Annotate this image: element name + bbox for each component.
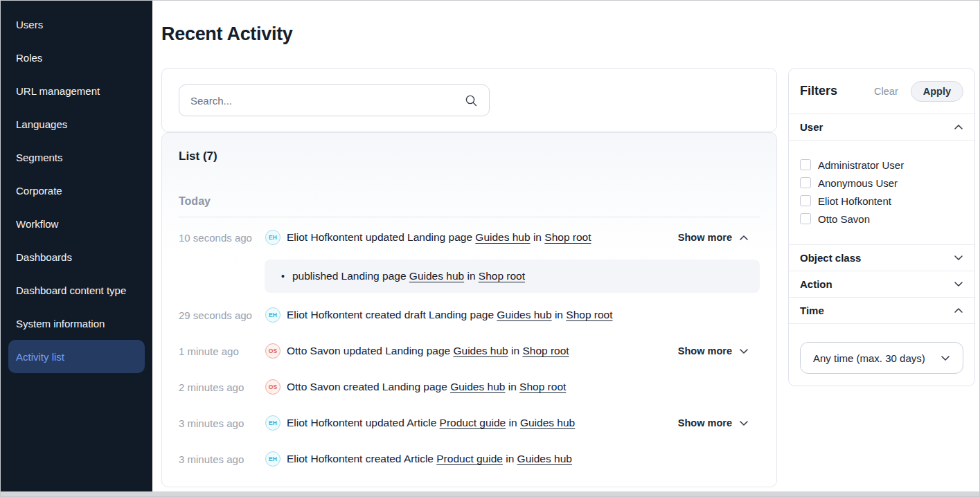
sidebar-item-system-information[interactable]: System information	[8, 307, 145, 340]
show-more-label: Show more	[678, 417, 732, 428]
content-link[interactable]: Guides hub	[497, 309, 551, 320]
filter-option-administrator-user[interactable]: Administrator User	[800, 156, 963, 174]
sidebar-item-dashboard-content-type[interactable]: Dashboard content type	[8, 273, 145, 307]
sidebar-item-segments[interactable]: Segments	[8, 141, 145, 174]
sidebar-item-label: Languages	[16, 118, 67, 130]
activity-time: 3 minutes ago	[179, 417, 265, 429]
filter-section-object-class[interactable]: Object class	[789, 245, 974, 271]
search-input[interactable]	[190, 95, 465, 107]
activity-time: 29 seconds ago	[179, 309, 265, 321]
apply-filters-button[interactable]: Apply	[911, 81, 963, 102]
activity-row: 10 seconds agoEHEliot Hofkontent updated…	[179, 219, 760, 255]
checkbox-unchecked[interactable]	[800, 177, 811, 188]
time-select[interactable]: Any time (max. 30 days)	[800, 342, 963, 374]
activity-row: 29 seconds agoEHEliot Hofkontent created…	[179, 297, 760, 333]
chevron-down-icon	[954, 280, 963, 288]
checkbox-unchecked[interactable]	[800, 159, 811, 170]
sidebar-item-workflow[interactable]: Workflow	[8, 207, 145, 240]
content-link[interactable]: Shop root	[566, 309, 612, 320]
activity-list: 10 seconds agoEHEliot Hofkontent updated…	[179, 219, 760, 477]
sidebar-item-url-management[interactable]: URL management	[8, 74, 145, 107]
sidebar-item-label: Workflow	[16, 218, 58, 230]
sidebar-item-activity-list[interactable]: Activity list	[8, 340, 145, 373]
activity-list-card: List (7) Today 10 seconds agoEHEliot Hof…	[161, 132, 777, 487]
sidebar-item-label: Segments	[16, 152, 63, 163]
search-icon[interactable]	[465, 94, 478, 107]
list-title: List (7)	[179, 148, 760, 165]
filter-sections: UserAdministrator UserAnonymous UserElio…	[789, 114, 974, 386]
content-link[interactable]: Guides hub	[517, 453, 572, 464]
page-title: Recent Activity	[161, 24, 293, 45]
activity-detail: •published Landing page Guides hub in Sh…	[265, 260, 760, 293]
user-avatar: EH	[265, 415, 280, 431]
content-link[interactable]: Guides hub	[453, 345, 508, 356]
activity-time: 3 minutes ago	[179, 453, 265, 465]
show-more-button[interactable]: Show more	[678, 345, 760, 356]
search-box	[179, 84, 490, 116]
sidebar-item-label: Corporate	[16, 185, 62, 197]
clear-filters-button[interactable]: Clear	[874, 86, 898, 97]
sidebar-item-label: System information	[16, 318, 105, 329]
chevron-up-icon	[954, 123, 963, 131]
filter-option-eliot-hofkontent[interactable]: Eliot Hofkontent	[800, 192, 963, 210]
activity-row: 2 minutes agoOSOtto Savon created Landin…	[179, 369, 760, 405]
user-avatar: OS	[265, 379, 280, 395]
content-link[interactable]: Guides hub	[520, 417, 575, 428]
chevron-down-icon	[941, 354, 950, 362]
show-more-button[interactable]: Show more	[678, 232, 760, 243]
content-link[interactable]: Product guide	[440, 417, 506, 428]
activity-text: Eliot Hofkontent created draft Landing p…	[287, 307, 613, 323]
list-divider	[179, 217, 760, 217]
sidebar-item-label: Users	[16, 19, 43, 30]
content-link[interactable]: Shop root	[544, 231, 591, 243]
time-select-value: Any time (max. 30 days)	[813, 352, 925, 364]
activity-time: 10 seconds ago	[179, 232, 265, 244]
content-link[interactable]: Guides hub	[409, 270, 464, 282]
app-window: UsersRolesURL managementLanguagesSegment…	[0, 0, 980, 497]
filter-user-options: Administrator UserAnonymous UserEliot Ho…	[789, 141, 974, 245]
checkbox-unchecked[interactable]	[800, 195, 811, 206]
content-link[interactable]: Guides hub	[475, 231, 530, 243]
user-avatar: EH	[265, 451, 280, 467]
filter-section-user[interactable]: User	[789, 114, 974, 141]
content-link[interactable]: Guides hub	[450, 381, 505, 392]
filter-option-label: Otto Savon	[818, 213, 870, 225]
activity-time: 2 minutes ago	[179, 381, 265, 393]
activity-text: Eliot Hofkontent updated Landing page Gu…	[287, 230, 591, 245]
filter-section-action[interactable]: Action	[789, 271, 974, 298]
filter-time-content: Any time (max. 30 days)	[789, 324, 974, 386]
chevron-down-icon	[739, 347, 749, 355]
content-link[interactable]: Shop root	[479, 270, 525, 282]
sidebar-item-label: Roles	[16, 52, 42, 64]
list-group-label: Today	[179, 194, 760, 209]
chevron-up-icon	[739, 234, 749, 242]
filters-panel: Filters Clear Apply UserAdministrator Us…	[788, 68, 975, 386]
sidebar-item-languages[interactable]: Languages	[8, 107, 145, 141]
activity-time: 1 minute ago	[179, 345, 265, 357]
user-avatar: EH	[265, 307, 280, 323]
filter-section-label: Object class	[800, 252, 861, 264]
sidebar-item-users[interactable]: Users	[8, 8, 145, 41]
sidebar-item-label: Dashboard content type	[16, 284, 126, 296]
sidebar-item-label: URL management	[16, 85, 100, 97]
bullet-icon: •	[281, 271, 285, 282]
filter-section-time[interactable]: Time	[789, 298, 974, 324]
filter-section-label: Time	[800, 305, 824, 316]
filter-option-anonymous-user[interactable]: Anonymous User	[800, 174, 963, 192]
show-more-button[interactable]: Show more	[678, 417, 760, 428]
filter-option-otto-savon[interactable]: Otto Savon	[800, 210, 963, 228]
search-card	[161, 68, 777, 132]
sidebar-item-corporate[interactable]: Corporate	[8, 174, 145, 207]
activity-text: Eliot Hofkontent created Article Product…	[287, 451, 572, 467]
content-link[interactable]: Shop root	[522, 345, 569, 356]
content-link[interactable]: Product guide	[436, 453, 503, 464]
sidebar-item-label: Dashboards	[16, 251, 72, 263]
sidebar-nav: UsersRolesURL managementLanguagesSegment…	[1, 8, 152, 373]
filters-header: Filters Clear Apply	[789, 69, 974, 114]
sidebar-item-dashboards[interactable]: Dashboards	[8, 240, 145, 273]
show-more-label: Show more	[678, 232, 732, 243]
activity-row: 3 minutes agoEHEliot Hofkontent updated …	[179, 405, 760, 441]
sidebar-item-roles[interactable]: Roles	[8, 41, 145, 74]
checkbox-unchecked[interactable]	[800, 213, 811, 224]
content-link[interactable]: Shop root	[519, 381, 566, 392]
